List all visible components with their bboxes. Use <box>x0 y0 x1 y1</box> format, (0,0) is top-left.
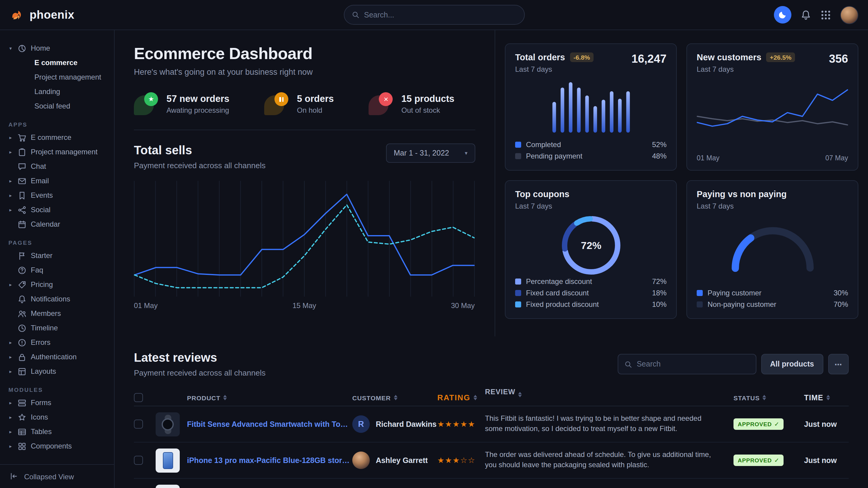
sort-icon <box>826 395 830 400</box>
review-row: Fitbit Sense Advanced Smartwatch with To… <box>134 406 849 443</box>
bookmark-icon <box>18 191 27 200</box>
total-orders-bar-chart <box>546 79 636 133</box>
reviews-search[interactable] <box>617 354 756 375</box>
column-header-time[interactable]: TIME <box>804 393 849 402</box>
sidebar-item-calendar[interactable]: Calendar <box>0 217 114 231</box>
notifications-button[interactable] <box>801 9 811 20</box>
card-title: New customers <box>697 53 761 62</box>
sidebar-item-errors[interactable]: ▸Errors <box>0 335 114 350</box>
stat-caption: Awating processing <box>166 106 229 114</box>
sidebar-item-project-management[interactable]: Project management <box>0 70 114 85</box>
sidebar-item-label: Email <box>31 176 49 185</box>
sidebar-item-email[interactable]: ▸Email <box>0 174 114 188</box>
sidebar-item-label: Pricing <box>31 280 53 289</box>
sidebar-item-components[interactable]: ▸Components <box>0 439 114 453</box>
sidebar-item-layouts[interactable]: ▸Layouts <box>0 364 114 379</box>
x-tick: 15 May <box>292 301 316 310</box>
top-coupons-legend: Percentage discount72%Fixed card discoun… <box>515 275 666 310</box>
chevron-right-icon: ▸ <box>8 149 13 155</box>
sidebar-item-timeline[interactable]: Timeline <box>0 321 114 335</box>
total-sells-title: Total sells <box>134 143 266 157</box>
review-row <box>134 479 849 488</box>
new-customers-value: 356 <box>829 53 848 66</box>
sidebar-item-home[interactable]: ▾Home <box>0 41 114 56</box>
navbar-actions <box>774 6 858 24</box>
sidebar-item-pricing[interactable]: ▸Pricing <box>0 277 114 292</box>
reviews-search-input[interactable] <box>637 360 749 368</box>
rating-stars: ★★★★★ <box>437 420 485 429</box>
reviews-table-header: PRODUCTCUSTOMERRATINGREVIEWSTATUSTIME <box>134 387 849 406</box>
card-title: Total orders <box>515 53 565 62</box>
legend-color-swatch <box>697 301 703 307</box>
sidebar-item-label: Layouts <box>31 367 56 376</box>
product-link[interactable]: Fitbit Sense Advanced Smartwatch with To… <box>187 420 352 428</box>
sidebar-item-label: Notifications <box>31 295 70 303</box>
pause-icon <box>265 91 290 116</box>
date-range-select[interactable]: Mar 1 - 31, 2022 ▾ <box>386 143 476 163</box>
sidebar-item-forms[interactable]: ▸Forms <box>0 395 114 410</box>
global-search-input[interactable] <box>364 10 517 19</box>
x-tick: 01 May <box>697 154 719 162</box>
sidebar-item-icons[interactable]: ▸Icons <box>0 410 114 424</box>
main-content: Ecommerce Dashboard Here's what's going … <box>115 30 868 488</box>
column-header-rating[interactable]: RATING <box>437 393 485 402</box>
sidebar-item-chat[interactable]: Chat <box>0 159 114 174</box>
paying-vs-non-paying-card: Paying vs non paying Last 7 days Paying … <box>686 180 858 319</box>
chat-icon <box>18 162 27 171</box>
product-link[interactable]: iPhone 13 pro max-Pacific Blue-128GB sto… <box>187 456 352 464</box>
sidebar-item-notifications[interactable]: Notifications <box>0 292 114 306</box>
collapsed-view-label: Collapsed View <box>24 472 74 481</box>
sidebar-section-label: PAGES <box>8 239 114 246</box>
sidebar-item-social-feed[interactable]: Social feed <box>0 99 114 113</box>
mail-icon <box>18 176 27 185</box>
sidebar-item-social[interactable]: ▸Social <box>0 202 114 217</box>
sidebar-item-starter[interactable]: Starter <box>0 248 114 263</box>
legend-item: Fixed product discount10% <box>515 298 666 310</box>
customer-name: Richard Dawkins <box>376 420 436 428</box>
chevron-right-icon: ▸ <box>8 354 13 360</box>
legend-value: 52% <box>652 140 666 149</box>
legend-item: Paying customer30% <box>697 287 848 298</box>
status-badge: APPROVED ✓ <box>734 418 784 430</box>
column-header-product[interactable]: PRODUCT <box>156 394 352 401</box>
row-checkbox[interactable] <box>134 420 143 429</box>
sidebar-item-landing[interactable]: Landing <box>0 85 114 99</box>
sidebar-item-project-management[interactable]: ▸Project management <box>0 145 114 159</box>
row-checkbox[interactable] <box>134 456 143 465</box>
page-subtitle: Here's what's going on at your business … <box>134 67 475 76</box>
sidebar-item-members[interactable]: Members <box>0 306 114 321</box>
total-orders-value: 16,247 <box>631 53 666 66</box>
total-sells-line-chart <box>134 181 475 297</box>
sidebar-item-tables[interactable]: ▸Tables <box>0 424 114 439</box>
sidebar-item-e-commerce[interactable]: ▸E commerce <box>0 130 114 145</box>
grid-dots-icon <box>820 9 831 20</box>
theme-toggle-button[interactable] <box>774 6 792 24</box>
stats-row: ★57 new ordersAwating processing5 orders… <box>134 91 475 130</box>
all-products-button[interactable]: All products <box>761 354 823 375</box>
latest-reviews-title: Latest reviews <box>134 351 266 365</box>
column-header-review[interactable]: REVIEW <box>485 387 734 408</box>
collapsed-view-toggle[interactable]: Collapsed View <box>0 464 114 488</box>
sidebar-item-authentication[interactable]: ▸Authentication <box>0 350 114 364</box>
more-options-button[interactable]: ⋯ <box>828 354 849 375</box>
sidebar-item-events[interactable]: ▸Events <box>0 188 114 202</box>
brand[interactable]: phoenix <box>10 7 74 22</box>
select-all-checkbox[interactable] <box>134 393 143 402</box>
chevron-right-icon: ▸ <box>8 369 13 374</box>
bell-icon <box>801 9 811 20</box>
sidebar-item-faq[interactable]: Faq <box>0 263 114 277</box>
legend-value: 72% <box>652 277 666 286</box>
legend-value: 70% <box>834 300 848 308</box>
cross-icon: × <box>369 91 394 116</box>
column-header-customer[interactable]: CUSTOMER <box>352 394 437 401</box>
sidebar-section-label: MODULES <box>8 386 114 393</box>
global-search[interactable] <box>343 5 525 25</box>
apps-grid-button[interactable] <box>820 9 831 20</box>
sidebar-item-label: Timeline <box>31 324 58 332</box>
sidebar-item-e-commerce[interactable]: E commerce <box>0 56 114 70</box>
top-navbar: phoenix <box>0 0 868 30</box>
column-header-status[interactable]: STATUS <box>734 394 804 401</box>
sidebar-nav: ▾HomeE commerceProject managementLanding… <box>0 30 114 464</box>
users-icon <box>18 309 27 318</box>
user-avatar[interactable] <box>840 6 858 24</box>
